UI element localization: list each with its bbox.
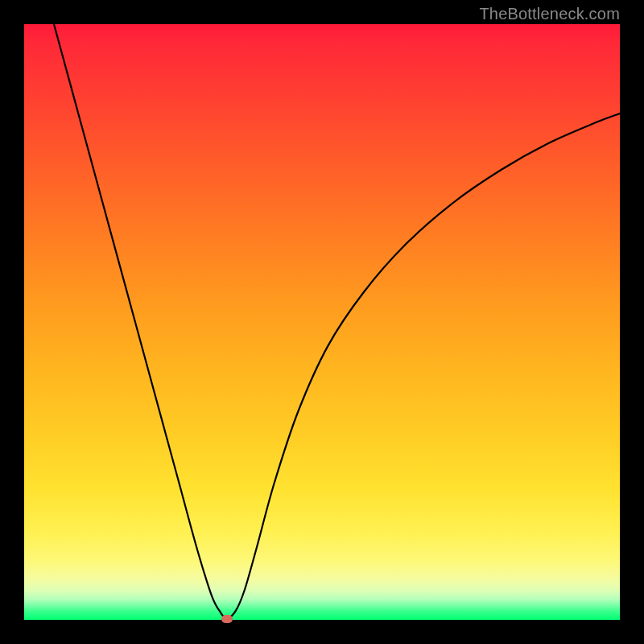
- curve-svg: [24, 24, 620, 620]
- plot-area: [24, 24, 620, 620]
- minimum-marker: [221, 615, 233, 623]
- bottleneck-curve: [54, 24, 620, 619]
- chart-container: TheBottleneck.com: [0, 0, 644, 644]
- watermark-text: TheBottleneck.com: [479, 5, 620, 23]
